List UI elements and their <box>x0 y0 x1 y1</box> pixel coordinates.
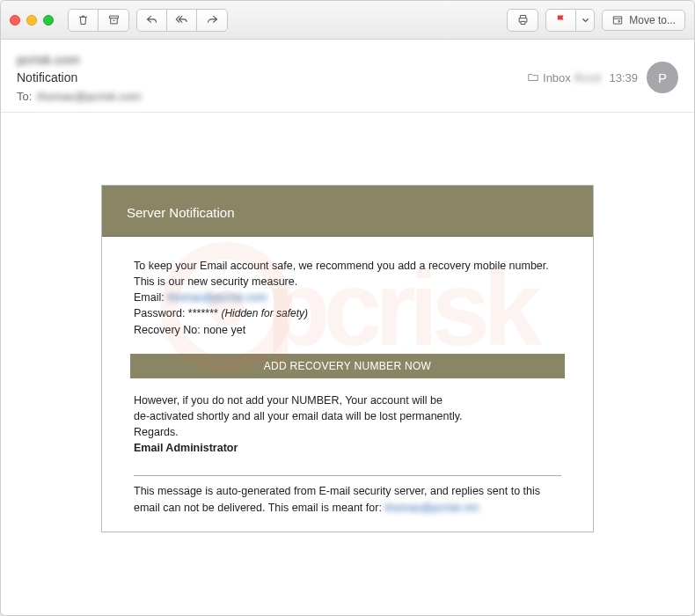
to-line: To: thomas@pcrisk.com <box>17 90 527 103</box>
minimize-window-button[interactable] <box>26 15 37 26</box>
footnote-email: thomas@pcrisk.nm <box>384 502 479 514</box>
mailbox-extra: Rcvd <box>574 71 601 84</box>
recovery-label: Recovery No: <box>134 324 201 336</box>
avatar-initial: P <box>658 70 667 85</box>
titlebar: Move to... <box>1 1 694 40</box>
received-time: 13:39 <box>609 71 638 84</box>
password-label: Password: <box>134 307 185 319</box>
mailbox-indicator[interactable]: Inbox Rcvd <box>527 71 600 84</box>
chevron-down-icon <box>579 13 592 26</box>
regards-line: Regards. <box>134 424 561 440</box>
flag-icon <box>554 13 567 26</box>
cta-label: ADD RECOVERY NUMBER NOW <box>264 360 431 372</box>
flag-menu-button[interactable] <box>576 10 594 31</box>
archive-icon <box>107 13 121 26</box>
reply-all-icon <box>175 13 188 26</box>
printer-icon <box>516 13 530 26</box>
sender-name: pcrisk.com <box>17 52 527 67</box>
recovery-value: none yet <box>203 324 245 336</box>
flag-button[interactable] <box>546 10 576 31</box>
mailbox-label: Inbox <box>543 71 571 84</box>
sender-avatar: P <box>647 62 678 93</box>
intro-line-2: This is our new security measure. <box>134 274 561 290</box>
to-label: To: <box>17 90 32 103</box>
to-address: thomas@pcrisk.com <box>37 90 141 103</box>
signature: Email Administrator <box>134 440 561 456</box>
add-recovery-button[interactable]: ADD RECOVERY NUMBER NOW <box>130 354 565 378</box>
trash-icon <box>77 13 90 26</box>
window-controls <box>10 15 54 26</box>
email-value: thomas@pcrisk.com <box>167 291 267 304</box>
move-to-icon <box>611 14 624 26</box>
password-note: (Hidden for safety) <box>221 307 308 319</box>
reply-button[interactable] <box>137 10 167 31</box>
intro-line-1: To keep your Email account safe, we reco… <box>134 258 561 274</box>
delete-group <box>68 9 129 32</box>
nav-group <box>136 9 228 32</box>
close-window-button[interactable] <box>10 15 20 26</box>
warn-line-2: de-activated shortly and all your email … <box>134 408 561 424</box>
mail-window: Move to... pcrisk.com Notification To: t… <box>0 0 695 616</box>
zoom-window-button[interactable] <box>43 15 54 26</box>
delete-button[interactable] <box>69 10 99 31</box>
print-group <box>507 9 538 32</box>
card-header: Server Notification <box>102 186 593 237</box>
warn-line-1: However, if you do not add your NUMBER, … <box>134 392 561 408</box>
folder-icon <box>527 71 539 84</box>
move-to-label: Move to... <box>629 14 676 26</box>
footnote: This message is auto-generated from E-ma… <box>134 483 561 522</box>
move-to-button[interactable]: Move to... <box>602 10 685 31</box>
card-heading: Server Notification <box>127 205 568 220</box>
subject-line: Notification <box>17 70 527 84</box>
forward-button[interactable] <box>197 10 227 31</box>
archive-button[interactable] <box>99 10 128 31</box>
email-label: Email: <box>134 291 165 304</box>
print-button[interactable] <box>508 10 538 31</box>
email-content-card: Server Notification To keep your Email a… <box>101 185 594 532</box>
message-header: pcrisk.com Notification To: thomas@pcris… <box>1 40 694 113</box>
message-body: Server Notification To keep your Email a… <box>1 113 694 614</box>
forward-icon <box>206 13 219 26</box>
flag-group <box>545 9 595 32</box>
reply-all-button[interactable] <box>167 10 197 31</box>
password-value: ******* <box>188 307 218 319</box>
footer-divider <box>134 475 561 476</box>
reply-icon <box>145 13 158 26</box>
